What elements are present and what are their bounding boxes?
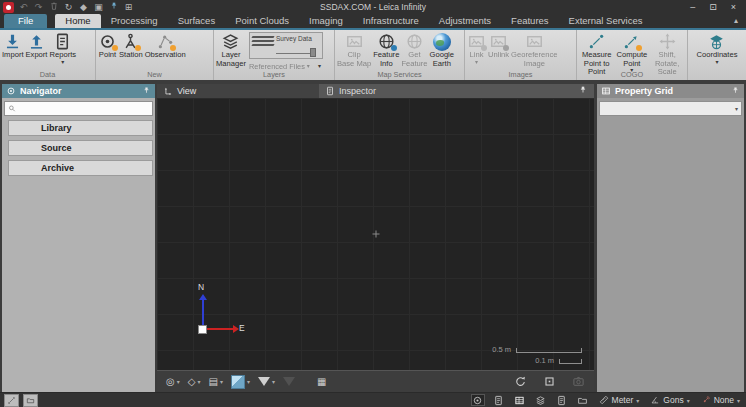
distance-unit-dropdown[interactable]: Meter — [597, 395, 642, 405]
close-button[interactable]: × — [731, 1, 736, 13]
reports-toggle-button[interactable] — [555, 394, 569, 406]
ribbon-group-coordinates: Coordinates — [688, 30, 746, 80]
layers-dropdown-caret-icon[interactable] — [318, 64, 325, 69]
grid-toggle-button[interactable]: ▦ — [314, 375, 329, 388]
app-logo-icon[interactable] — [3, 2, 14, 13]
inspector-toggle-button[interactable] — [492, 394, 506, 406]
status-bar: Meter Gons None — [0, 392, 746, 407]
publish-icon[interactable]: ◆ — [78, 2, 89, 13]
reports-button[interactable]: Reports — [48, 31, 77, 65]
select-tool-icon: ◎ — [166, 376, 175, 387]
tab-inspector[interactable]: Inspector — [319, 84, 594, 98]
layer-manager-button[interactable]: Layer Manager — [215, 31, 247, 68]
compass-icon — [472, 395, 483, 406]
google-earth-button[interactable]: Google Earth — [429, 31, 456, 68]
snapshot-button[interactable] — [569, 374, 588, 389]
caret-icon — [220, 378, 223, 385]
filter-secondary-button[interactable] — [280, 376, 298, 387]
status-measure-shortcut-button[interactable] — [4, 394, 19, 407]
get-feature-icon — [405, 32, 424, 51]
scale-bars: 0.5 m 0.1 m — [492, 342, 582, 364]
compute-point-button[interactable]: Compute Point — [615, 31, 648, 73]
tab-point-clouds[interactable]: Point Clouds — [225, 14, 299, 28]
redo-icon[interactable]: ↷ — [33, 2, 44, 13]
navigator-toggle-button[interactable] — [471, 394, 485, 406]
feature-info-button[interactable]: Feature Info — [372, 31, 400, 68]
property-grid-header[interactable]: Property Grid — [597, 84, 744, 98]
new-window-icon[interactable]: ⊞ — [123, 2, 134, 13]
chevron-down-icon — [737, 397, 740, 404]
display-settings-button[interactable]: ▤ — [205, 375, 225, 388]
zoom-extents-button[interactable] — [540, 374, 559, 389]
sync-icon[interactable]: ↻ — [63, 2, 74, 13]
tab-home[interactable]: Home — [55, 14, 100, 28]
tab-external-services[interactable]: External Services — [559, 14, 653, 28]
new-station-button[interactable]: Station — [118, 31, 144, 60]
tab-adjustments[interactable]: Adjustments — [429, 14, 501, 28]
coordinates-button[interactable]: Coordinates — [696, 31, 739, 65]
clip-base-map-button[interactable]: Clip Base Map — [336, 31, 372, 68]
new-point-button[interactable]: Point — [97, 31, 118, 60]
status-project-shortcut-button[interactable] — [23, 394, 38, 407]
tab-processing[interactable]: Processing — [101, 14, 168, 28]
pin-icon[interactable] — [731, 86, 740, 97]
layers-toggle-button[interactable] — [534, 394, 548, 406]
search-input[interactable] — [19, 103, 149, 115]
correction-service-dropdown[interactable]: None — [699, 395, 742, 405]
pin-icon[interactable] — [578, 85, 588, 97]
report-icon — [556, 395, 567, 406]
filter-button[interactable] — [255, 376, 278, 387]
angle-unit-dropdown[interactable]: Gons — [648, 395, 691, 405]
north-east-axis-indicator: N E — [199, 284, 253, 332]
navigator-item-source[interactable]: Source — [8, 140, 153, 156]
caret-icon — [272, 378, 275, 385]
tab-view[interactable]: View — [157, 84, 319, 98]
observation-icon — [156, 32, 175, 51]
restore-button[interactable]: ⊡ — [709, 1, 717, 13]
navigator-item-archive[interactable]: Archive — [8, 160, 153, 176]
navigator-panel: Navigator Library Source Archive — [2, 84, 155, 392]
navigator-search[interactable] — [4, 101, 153, 116]
map-canvas[interactable]: N E 0.5 m 0.1 m — [157, 98, 594, 370]
pin-icon[interactable] — [142, 86, 151, 97]
antenna-icon — [701, 395, 711, 405]
navigator-header[interactable]: Navigator — [2, 84, 155, 98]
pin-shortcut-icon[interactable] — [108, 1, 119, 14]
table-toggle-button[interactable] — [513, 394, 527, 406]
unlink-image-button[interactable]: Unlink — [487, 31, 510, 60]
title-bar: ↶ ↷ ↻ ◆ ▣ ⊞ SSDAX.COM - Leica Infinity –… — [0, 0, 746, 14]
navigator-item-library[interactable]: Library — [8, 120, 153, 136]
view-mode-button[interactable] — [228, 374, 253, 390]
new-observation-button[interactable]: Observation — [144, 31, 187, 60]
reports-icon — [53, 32, 72, 51]
layer-visibility-widget[interactable]: Survey Data — [249, 32, 323, 59]
select-tool-button[interactable]: ◎ — [163, 375, 183, 388]
tab-file[interactable]: File — [4, 14, 47, 28]
tab-features[interactable]: Features — [501, 14, 559, 28]
export-button[interactable]: Export — [25, 31, 49, 60]
point-icon — [98, 32, 117, 51]
tab-imaging[interactable]: Imaging — [299, 14, 353, 28]
chevron-down-icon — [636, 397, 639, 404]
property-object-selector[interactable] — [599, 101, 742, 116]
cube-3d-icon — [231, 375, 245, 389]
refresh-view-button[interactable] — [511, 374, 530, 389]
ribbon-group-images: Link Unlink Georeference Image Images — [465, 30, 577, 80]
get-feature-button[interactable]: Get Feature — [400, 31, 428, 68]
filter-disabled-icon — [283, 377, 295, 386]
layer-manager-icon — [221, 32, 240, 51]
minimize-button[interactable]: – — [690, 1, 695, 13]
import-button[interactable]: Import — [1, 31, 25, 60]
layer-opacity-handle[interactable] — [310, 48, 316, 57]
view-toolbar: ◎ ◇ ▤ ▦ — [157, 370, 594, 392]
delete-icon[interactable] — [48, 1, 59, 14]
undo-icon[interactable]: ↶ — [18, 2, 29, 13]
archive-toggle-button[interactable] — [576, 394, 590, 406]
style-tool-button[interactable]: ◇ — [185, 375, 204, 388]
collapse-ribbon-icon[interactable]: ▴ — [734, 14, 746, 28]
link-image-button[interactable]: Link — [466, 31, 487, 65]
georeference-image-button[interactable]: Georeference Image — [510, 31, 558, 68]
tab-surfaces[interactable]: Surfaces — [168, 14, 226, 28]
tab-infrastructure[interactable]: Infrastructure — [353, 14, 429, 28]
archive-icon[interactable]: ▣ — [93, 2, 104, 13]
